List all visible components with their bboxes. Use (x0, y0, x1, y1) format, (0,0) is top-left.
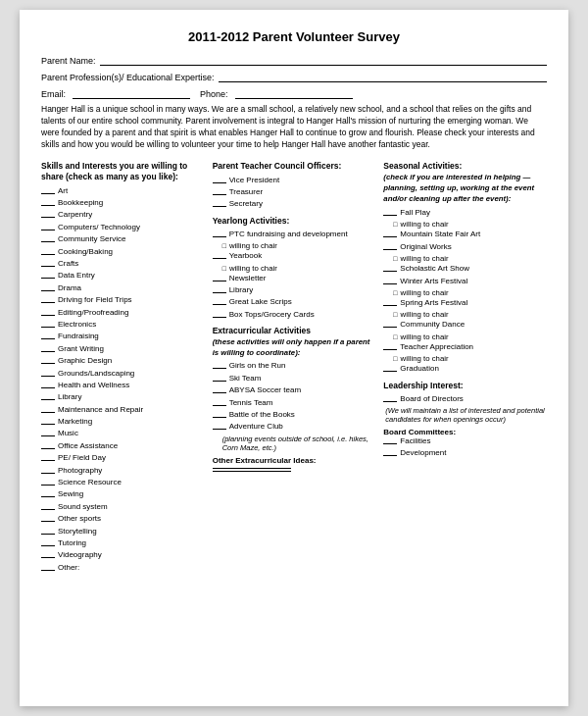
check-line[interactable] (213, 304, 226, 305)
check-line[interactable] (41, 351, 55, 352)
email-phone-row: Email: Phone: (41, 87, 547, 99)
list-item: Photography (41, 466, 205, 476)
check-line[interactable] (41, 230, 55, 230)
list-item: Teacher Appreciation□willing to chair (383, 342, 547, 363)
leadership-note: (We will maintain a list of interested a… (383, 406, 547, 424)
check-line[interactable] (383, 401, 397, 402)
seasonal-header-text: Seasonal Activities: (383, 161, 462, 171)
list-item: Fundraising (41, 332, 205, 341)
list-item: Tennis Team (213, 398, 376, 408)
check-line[interactable] (213, 206, 226, 207)
extra-header: Extracurricular Activities (these activi… (213, 326, 376, 358)
check-line[interactable] (41, 241, 55, 242)
list-item: Mountain State Fair Art (383, 230, 547, 239)
check-line[interactable] (213, 281, 226, 281)
profession-field[interactable] (219, 71, 547, 82)
check-line[interactable] (41, 278, 55, 279)
check-line[interactable] (41, 435, 55, 436)
check-line[interactable] (41, 557, 55, 558)
board-list: FacilitiesDevelopment (383, 436, 547, 459)
list-item: Winter Arts Festival□willing to chair (383, 277, 547, 297)
list-item: Library (41, 392, 205, 402)
check-line[interactable] (383, 215, 397, 216)
extra-header-text: Extracurricular Activities (213, 326, 311, 335)
phone-field[interactable] (235, 87, 353, 99)
check-line[interactable] (213, 392, 226, 393)
list-item: Drama (41, 283, 205, 293)
check-line[interactable] (41, 496, 55, 497)
check-line[interactable] (41, 315, 55, 316)
list-item: Graduation (383, 364, 547, 374)
check-line[interactable] (41, 534, 55, 535)
check-line[interactable] (41, 205, 55, 206)
check-line[interactable] (213, 429, 226, 430)
check-line[interactable] (41, 424, 55, 425)
extra-other-field2[interactable] (213, 471, 291, 472)
check-line[interactable] (213, 405, 226, 406)
check-line[interactable] (383, 249, 397, 250)
list-item: Vice President (213, 176, 376, 185)
check-line[interactable] (41, 290, 55, 291)
sub-item: □willing to chair (213, 241, 376, 250)
list-item: Treasurer (213, 187, 376, 197)
check-line[interactable] (41, 509, 55, 510)
check-line[interactable] (41, 448, 55, 449)
check-line[interactable] (383, 271, 397, 272)
check-line[interactable] (41, 387, 55, 388)
check-line[interactable] (41, 327, 55, 328)
check-line[interactable] (41, 399, 55, 400)
check-line[interactable] (383, 236, 397, 237)
check-line[interactable] (213, 194, 226, 195)
check-line[interactable] (41, 254, 55, 255)
list-item: Fall Play□willing to chair (383, 208, 547, 229)
check-line[interactable] (213, 292, 226, 293)
check-line[interactable] (383, 305, 397, 306)
check-line[interactable] (383, 455, 397, 456)
parent-name-field[interactable] (100, 54, 547, 66)
extra-other-field[interactable] (213, 468, 291, 469)
email-field[interactable] (73, 87, 190, 99)
list-item: Bookkeeping (41, 198, 205, 208)
check-line[interactable] (213, 258, 226, 259)
check-line[interactable] (383, 349, 397, 350)
check-line[interactable] (41, 363, 55, 364)
check-line[interactable] (213, 236, 226, 237)
check-line[interactable] (41, 570, 55, 571)
check-line[interactable] (41, 412, 55, 413)
list-item: Box Tops/Grocery Cards (213, 310, 376, 320)
check-line[interactable] (41, 545, 55, 546)
check-line[interactable] (41, 460, 55, 461)
ptc-list: Vice PresidentTreasurerSecretary (213, 176, 376, 210)
check-line[interactable] (41, 302, 55, 303)
list-item: Videography (41, 550, 205, 560)
list-item: Facilities (383, 436, 547, 446)
page: 2011-2012 Parent Volunteer Survey Parent… (20, 10, 568, 706)
list-item: Library (213, 285, 376, 295)
check-line[interactable] (213, 317, 226, 318)
check-line[interactable] (213, 381, 226, 382)
list-item: PE/ Field Day (41, 453, 205, 463)
check-line[interactable] (41, 193, 55, 194)
list-item: Health and Wellness (41, 381, 205, 390)
check-line[interactable] (41, 338, 55, 339)
check-line[interactable] (41, 485, 55, 486)
list-item: ABYSA Soccer team (213, 385, 376, 395)
list-item: Community Dance□willing to chair (383, 320, 547, 340)
check-line[interactable] (41, 376, 55, 377)
check-line[interactable] (41, 521, 55, 522)
check-line[interactable] (383, 443, 397, 444)
check-line[interactable] (383, 327, 397, 328)
profession-label: Parent Profession(s)/ Educational Expert… (41, 73, 215, 82)
check-line[interactable] (213, 368, 226, 369)
check-line[interactable] (41, 217, 55, 218)
check-line[interactable] (213, 417, 226, 418)
check-line[interactable] (213, 182, 226, 183)
list-item: Battle of the Books (213, 410, 376, 420)
sub-item: □willing to chair (383, 332, 547, 341)
check-line[interactable] (41, 266, 55, 267)
leadership-header: Leadership Interest: (383, 381, 547, 391)
list-item: Grant Writing (41, 344, 205, 354)
check-line[interactable] (383, 371, 397, 372)
check-line[interactable] (383, 283, 397, 284)
check-line[interactable] (41, 473, 55, 474)
